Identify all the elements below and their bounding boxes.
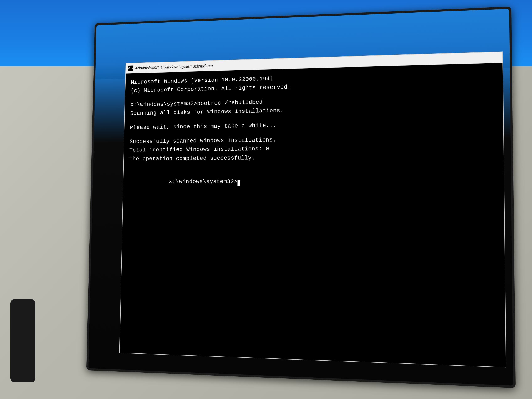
chair-arm <box>10 299 35 382</box>
cmd-icon-text: C:\ <box>128 67 133 70</box>
terminal-prompt[interactable]: X:\windows\system32> <box>128 167 498 195</box>
monitor-bezel: C:\ Administrator: X:\windows\system32\c… <box>88 9 513 386</box>
cursor <box>237 180 240 186</box>
monitor: C:\ Administrator: X:\windows\system32\c… <box>86 7 516 388</box>
screen: C:\ Administrator: X:\windows\system32\c… <box>88 9 513 386</box>
prompt-text: X:\windows\system32> <box>169 178 237 185</box>
cmd-icon: C:\ <box>128 65 133 71</box>
cmd-body[interactable]: Microsoft Windows [Version 10.0.22000.19… <box>120 63 506 367</box>
cmd-window[interactable]: C:\ Administrator: X:\windows\system32\c… <box>119 51 506 367</box>
cmd-title: Administrator: X:\windows\system32\cmd.e… <box>135 63 213 70</box>
